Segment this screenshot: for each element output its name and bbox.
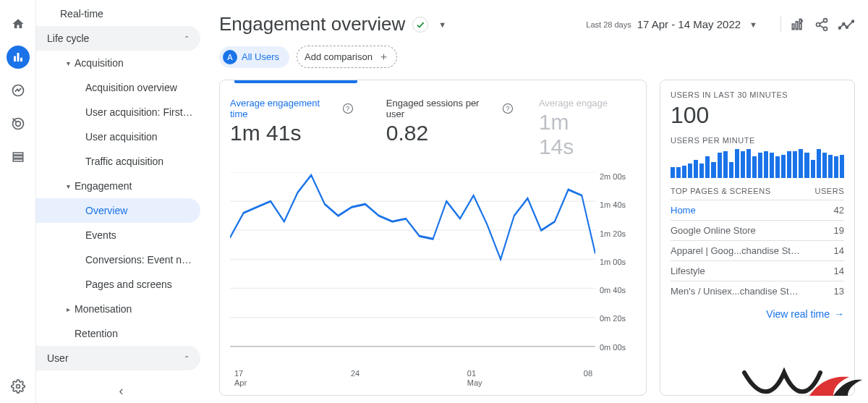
page-title: Engagement overview [219, 13, 405, 35]
realtime-row-page: Google Online Store [671, 225, 756, 236]
svg-point-20 [846, 26, 848, 28]
divider [780, 17, 781, 33]
active-tab-indicator [234, 80, 357, 83]
minute-bar [723, 151, 728, 178]
date-range-value: 17 Apr - 14 May 2022 [637, 18, 741, 30]
insights-icon[interactable] [838, 16, 855, 33]
sidebar-item-user-acquisition-first-user[interactable]: User acquisition: First user ... [36, 100, 200, 124]
svg-line-16 [820, 21, 824, 23]
help-icon[interactable]: ? [503, 103, 513, 114]
svg-rect-6 [13, 153, 23, 155]
metric-label: Average engage [539, 98, 610, 109]
sidebar-item-user-acquisition[interactable]: User acquisition [36, 124, 200, 149]
sidebar-item-engagement[interactable]: ▾Engagement [36, 174, 200, 198]
minute-bar [811, 160, 815, 178]
title-dropdown-icon[interactable]: ▼ [435, 20, 449, 29]
realtime-row-page: Men's / Unisex...chandise Store [671, 286, 801, 297]
sidebar-item-user[interactable]: User⌃ [36, 346, 200, 370]
minute-bar [834, 156, 838, 178]
metric-label: Engaged sessions per user? [386, 98, 513, 119]
metric-1[interactable]: Engaged sessions per user?0.82 [379, 98, 526, 159]
sidebar-item-conversions-event-name[interactable]: Conversions: Event name [36, 247, 200, 272]
realtime-sub: USERS PER MINUTE [671, 136, 844, 145]
x-tick: 24 [351, 369, 467, 388]
minute-bar [775, 156, 780, 178]
minute-bar [817, 149, 821, 178]
minute-bar [752, 156, 757, 178]
engagement-line-chart[interactable] [230, 172, 595, 366]
realtime-row[interactable]: Men's / Unisex...chandise Store13 [671, 281, 844, 301]
date-range-picker[interactable]: Last 28 days 17 Apr - 14 May 2022 ▼ [586, 18, 760, 30]
sidebar-item-real-time[interactable]: Real-time [36, 1, 200, 26]
svg-rect-1 [17, 53, 19, 61]
minute-bar [718, 153, 722, 178]
sidebar-item-monetisation[interactable]: ▸Monetisation [36, 297, 200, 321]
minute-bar [764, 151, 768, 178]
svg-rect-0 [14, 56, 16, 62]
realtime-row[interactable]: Apparel | Goog...chandise Store14 [671, 240, 844, 260]
segment-badge: A [223, 50, 237, 64]
nav-rail [0, 0, 36, 403]
explore-icon[interactable] [7, 79, 30, 102]
minute-bar [671, 167, 675, 178]
metric-2[interactable]: Average engage1m 14s [539, 98, 623, 159]
y-tick: 2m 00s [600, 172, 636, 181]
sidebar-item-retention[interactable]: Retention [36, 321, 200, 346]
metric-value: 0.82 [386, 121, 513, 145]
users-per-minute-bars [671, 149, 844, 178]
svg-point-9 [16, 385, 20, 389]
svg-rect-11 [796, 21, 798, 29]
add-comparison-button[interactable]: Add comparison ＋ [297, 46, 397, 68]
sidebar-item-overview[interactable]: Overview [36, 198, 200, 223]
minute-bar [688, 164, 692, 178]
y-tick: 0m 00s [600, 343, 636, 352]
svg-point-13 [824, 18, 827, 22]
sidebar-item-life-cycle[interactable]: Life cycle⌃ [36, 26, 200, 51]
minute-bar [828, 155, 833, 178]
realtime-table-head-pages: TOP PAGES & SCREENS [671, 187, 771, 195]
minute-bar [787, 151, 791, 178]
segment-chip-label: All Users [242, 51, 279, 62]
realtime-row-users: 42 [834, 205, 844, 216]
metric-0[interactable]: Average engagement time?1m 41s [230, 98, 366, 159]
sidebar-item-traffic-acquisition[interactable]: Traffic acquisition [36, 149, 200, 174]
minute-bar [746, 149, 751, 178]
realtime-row[interactable]: Lifestyle14 [671, 260, 844, 281]
settings-icon[interactable] [7, 375, 30, 398]
help-icon[interactable]: ? [343, 103, 353, 114]
config-icon[interactable] [7, 145, 30, 169]
sidebar-item-acquisition-overview[interactable]: Acquisition overview [36, 75, 200, 100]
sidebar-item-acquisition[interactable]: ▾Acquisition [36, 51, 200, 75]
sidebar-item-pages-and-screens[interactable]: Pages and screens [36, 272, 200, 297]
reports-icon[interactable] [7, 46, 30, 69]
segment-chip-all-users[interactable]: A All Users [219, 46, 289, 68]
svg-point-5 [15, 122, 20, 127]
svg-rect-8 [13, 159, 23, 161]
view-realtime-link[interactable]: View real time → [671, 301, 844, 320]
plus-icon: ＋ [378, 50, 389, 64]
sidebar-item-events[interactable]: Events [36, 223, 200, 247]
minute-bar [840, 155, 844, 178]
minute-bar [694, 160, 698, 178]
minute-bar [699, 164, 704, 178]
share-icon[interactable] [813, 16, 830, 33]
minute-bar [822, 153, 827, 178]
realtime-row-page: Apparel | Goog...chandise Store [671, 245, 801, 256]
home-icon[interactable] [7, 12, 30, 35]
svg-rect-10 [792, 24, 794, 29]
realtime-row-page: Home [671, 205, 696, 216]
realtime-row[interactable]: Google Online Store19 [671, 220, 844, 240]
minute-bar [793, 151, 797, 178]
x-tick: 17Apr [234, 369, 351, 388]
svg-rect-7 [13, 156, 23, 158]
chevron-down-icon: ▼ [746, 20, 760, 29]
sidebar-collapse-button[interactable]: ‹ [36, 383, 206, 399]
realtime-row-users: 14 [834, 266, 844, 276]
svg-line-17 [820, 25, 824, 27]
status-ok-icon[interactable] [412, 17, 428, 33]
svg-rect-2 [20, 58, 22, 61]
y-tick: 0m 20s [600, 314, 636, 323]
realtime-row[interactable]: Home42 [671, 200, 844, 220]
customize-report-icon[interactable] [788, 16, 806, 33]
ads-icon[interactable] [7, 112, 30, 135]
